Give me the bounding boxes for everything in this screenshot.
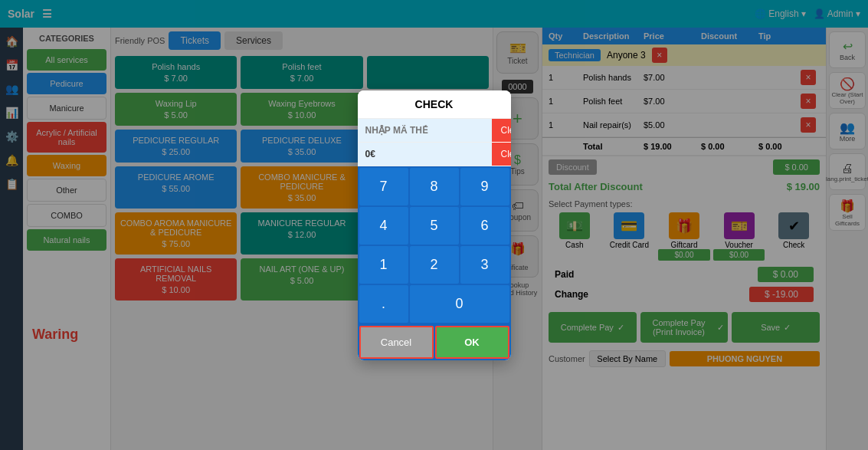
clear-amount-btn[interactable]: Clear [492, 143, 511, 166]
modal-actions: Cancel OK [358, 324, 511, 360]
num-5-btn[interactable]: 5 [410, 207, 459, 245]
num-4-btn[interactable]: 4 [359, 207, 408, 245]
num-8-btn[interactable]: 8 [410, 168, 459, 205]
num-6-btn[interactable]: 6 [460, 207, 509, 245]
clear-card-btn[interactable]: Clear [492, 119, 511, 142]
modal-input-row-2: Clear [358, 143, 511, 166]
num-9-btn[interactable]: 9 [460, 168, 509, 205]
num-7-btn[interactable]: 7 [359, 168, 408, 205]
num-3-btn[interactable]: 3 [460, 246, 509, 284]
ok-modal-btn[interactable]: OK [435, 326, 509, 359]
check-modal: CHECK Clear Clear 7 8 9 4 5 6 1 2 3 . 0 … [358, 90, 511, 360]
modal-title: CHECK [358, 90, 511, 119]
cancel-modal-btn[interactable]: Cancel [359, 326, 434, 359]
amount-input[interactable] [358, 143, 492, 166]
num-2-btn[interactable]: 2 [410, 246, 459, 284]
card-code-input[interactable] [358, 119, 492, 143]
modal-overlay: CHECK Clear Clear 7 8 9 4 5 6 1 2 3 . 0 … [0, 0, 868, 450]
num-1-btn[interactable]: 1 [359, 246, 408, 284]
num-dot-btn[interactable]: . [359, 285, 408, 323]
num-0-btn[interactable]: 0 [410, 285, 509, 323]
modal-input-row-1: Clear [358, 119, 511, 143]
numpad: 7 8 9 4 5 6 1 2 3 . 0 [358, 166, 511, 324]
